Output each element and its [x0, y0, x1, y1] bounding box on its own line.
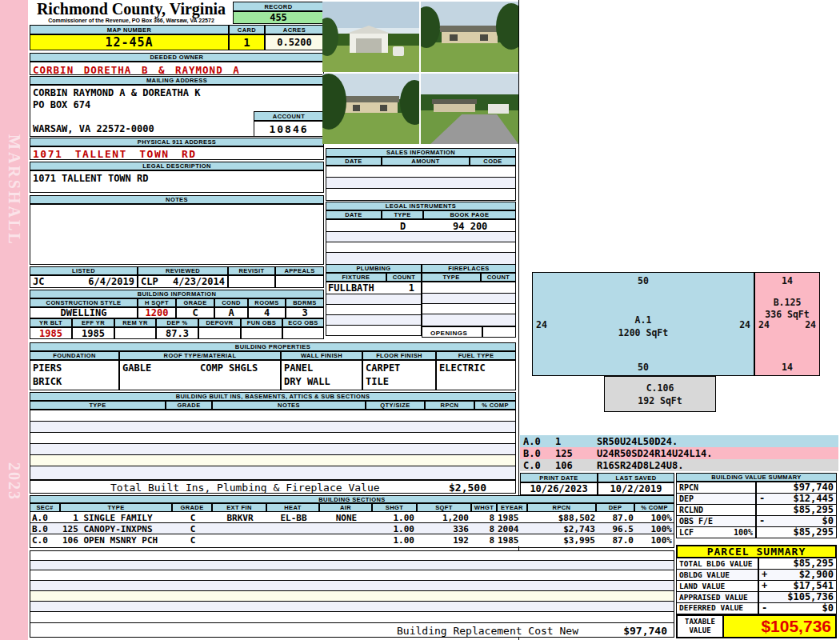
plumbing-fixture: FULLBATH — [328, 282, 374, 294]
bvs-row: RCLND $85,295 — [677, 505, 836, 516]
physical-address-header: PHYSICAL 911 ADDRESS — [30, 138, 324, 146]
parcel-row: DEFERRED VALUE -$0 — [677, 603, 836, 614]
empty-row — [30, 466, 515, 479]
sales-information-title: SALES INFORMATION — [326, 148, 516, 157]
bvs-value-cell: -$0 — [757, 516, 836, 526]
county-title-block: Richmond County, Virginia Commissioner o… — [30, 1, 233, 25]
openings-label: OPENINGS — [430, 330, 467, 337]
bs-col-extfin: EXT FIN — [212, 503, 266, 512]
empty-row — [30, 422, 515, 433]
roof-header: ROOF TYPE/MATERIAL — [119, 351, 281, 360]
legal-instruments-title: LEGAL INSTRUMENTS — [326, 202, 516, 210]
empty-row — [30, 591, 674, 602]
property-photo-house-front — [421, 2, 518, 72]
fireplaces-col-type: TYPE — [422, 273, 481, 282]
bvs-value: $85,295 — [793, 505, 834, 515]
bs-col-dep: DEP — [596, 503, 634, 512]
sketch-c-name: C.106 — [605, 382, 715, 394]
empty-row — [326, 305, 421, 315]
deeded-owner-field[interactable]: CORBIN DORETHA B & RAYMOND A — [30, 62, 324, 75]
bs-extfin — [213, 523, 267, 534]
card-field[interactable]: 1 — [229, 34, 265, 50]
bs-type: 125 CANOPY-INXPNS — [62, 523, 173, 534]
footer-row: Building Replacement Cost New $97,740 — [30, 622, 674, 638]
property-photo-driveway — [421, 74, 518, 144]
map-number-field[interactable]: 12-45A — [30, 34, 229, 50]
building-section-row: C.0 106 OPEN MSNRY PCH C 1.00 192 8 1985… — [30, 534, 674, 546]
ecoobs-header: ECO OBS — [282, 318, 324, 327]
sales-rows — [326, 166, 516, 201]
bvs-extra: 100% — [734, 527, 753, 538]
appeals-header: APPEALS — [275, 266, 324, 275]
parcel-value: $85,295 — [793, 558, 834, 569]
bs-sqft: 1,200 — [414, 512, 469, 523]
sketch-code-row-c: C.0 106 R16SR24D8L24U8. — [520, 459, 838, 471]
bs-shgt: 1.00 — [373, 534, 414, 546]
bs-heat — [267, 523, 320, 534]
physical-address-field[interactable]: 1071 TALLENT TOWN RD — [30, 146, 324, 160]
cond-value: A — [214, 307, 248, 318]
parcel-value-cell: $105,736 — [759, 592, 836, 602]
sketch-code-c-num: 106 — [555, 460, 597, 471]
empty-row — [422, 304, 515, 314]
empty-row — [326, 294, 421, 305]
bs-sqft: 336 — [414, 523, 469, 534]
sketch-b-dim-left: 24 — [758, 319, 770, 330]
print-date-value: 10/26/2023 — [520, 482, 598, 495]
mailing-line-1: CORBIN RAYMOND A & DOREATHA K — [33, 87, 201, 98]
mailing-line-2: PO BOX 674 — [33, 99, 90, 110]
sketch-code-a-sec: A.0 — [523, 436, 555, 447]
empty-rows-region — [30, 550, 674, 622]
bs-sec: C.0 — [32, 534, 61, 546]
fireplaces-col-count: COUNT — [481, 273, 516, 282]
physical-address-value: 1071 TALLENT TOWN RD — [33, 148, 197, 160]
notes-field[interactable] — [30, 204, 324, 265]
floor-finish-cell: CARPET TILE — [362, 360, 436, 390]
parcel-summary-title-text: PARCEL SUMMARY — [707, 546, 806, 558]
foundation-header: FOUNDATION — [30, 351, 119, 360]
listed-header: LISTED — [30, 266, 138, 275]
parcel-label: TOTAL BLDG VALUE — [677, 558, 759, 569]
parcel-row: LAND VALUE +$17,541 — [677, 581, 836, 592]
building-section-row: B.0 125 CANOPY-INXPNS C 1.00 336 8 2004 … — [30, 523, 674, 534]
sidebar-vendor-label: MARSHALL — [5, 134, 23, 246]
empty-row — [326, 242, 515, 253]
legal-col-date: DATE — [326, 210, 382, 219]
fireplaces-rows — [422, 282, 516, 326]
parcel-row: TOTAL BLDG VALUE $85,295 — [677, 558, 836, 570]
bs-col-grade: GRADE — [172, 503, 212, 512]
foundation-line-1: PIERS — [33, 362, 118, 374]
account-field[interactable]: 10846 — [254, 121, 324, 137]
sketch-b-dim-top: 14 — [755, 275, 819, 286]
plumbing-count: 1 — [409, 282, 414, 294]
built-ins-col-qty: QTY/SIZE — [366, 401, 425, 410]
record-header: RECORD — [233, 2, 324, 11]
funobs-header: FUN OBS — [241, 318, 282, 327]
bvs-label: RCLND — [679, 505, 703, 515]
bs-col-sqft: SQFT — [417, 503, 471, 512]
sketch-code-row-b: B.0 125 U24R50SD24R14U24L14. — [520, 447, 838, 459]
grade-value: C — [176, 307, 214, 318]
bvs-op: - — [759, 516, 765, 526]
sales-col-date: DATE — [326, 157, 382, 166]
effyr-header: EFF YR — [72, 318, 114, 327]
empty-row — [30, 455, 515, 466]
legal-description-field[interactable]: 1071 TALLENT TOWN RD — [30, 170, 324, 193]
footer-value: $97,740 — [623, 625, 667, 637]
fuel-type-header: FUEL TYPE — [436, 351, 516, 360]
bs-grade: C — [173, 523, 213, 534]
card-header: CARD — [229, 25, 265, 34]
bvs-value: $85,295 — [793, 527, 834, 538]
fireplaces-title: FIREPLACES — [422, 264, 516, 273]
bvs-label: RPCN — [679, 482, 698, 493]
bs-comp: 100% — [634, 512, 672, 523]
roof-type-value: GABLE — [122, 362, 151, 374]
bs-col-sec: SEC# — [30, 503, 60, 512]
legal-col-bookpage: BOOK PAGE — [423, 210, 516, 219]
parcel-summary-title: PARCEL SUMMARY — [676, 545, 837, 558]
record-field[interactable]: 455 — [233, 11, 324, 24]
empty-row — [326, 232, 515, 242]
building-section-row: A.0 1 SINGLE FAMILY C BRKVR EL-BB NONE 1… — [30, 512, 674, 523]
parcel-value-cell: $85,295 — [759, 558, 836, 569]
acres-field[interactable]: 0.5200 — [265, 34, 324, 50]
